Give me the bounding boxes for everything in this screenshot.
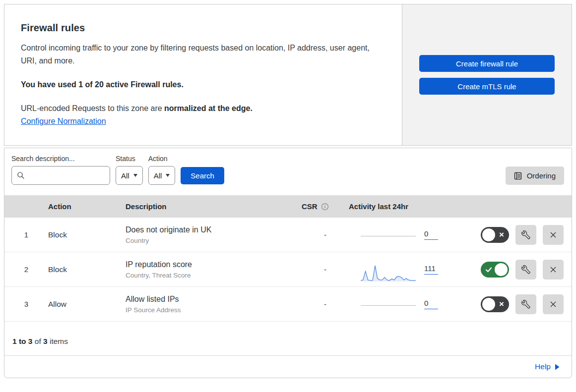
activity-sparkline	[361, 305, 416, 306]
rule-priority: 2	[4, 265, 48, 274]
actions-panel: Create firewall rule Create mTLS rule	[402, 4, 572, 145]
usage-summary: You have used 1 of 20 active Firewall ru…	[21, 80, 382, 89]
close-icon	[549, 231, 557, 239]
close-icon	[549, 300, 557, 308]
help-link-label: Help	[535, 362, 551, 371]
table-row: 2 Block IP reputation score Country, Thr…	[4, 252, 572, 287]
normalization-note-bold: normalized at the edge.	[164, 104, 253, 112]
rule-action: Block	[48, 265, 126, 274]
table-row: 1 Block Does not originate in UK Country…	[4, 218, 572, 252]
delete-rule-button[interactable]	[543, 260, 564, 280]
wrench-icon	[521, 300, 530, 309]
edit-rule-button[interactable]	[515, 294, 536, 314]
wrench-icon	[521, 230, 530, 239]
ordering-button-label: Ordering	[527, 171, 556, 180]
rule-activity-cell: 111	[349, 260, 448, 279]
search-button[interactable]: Search	[181, 167, 224, 184]
help-row: Help	[4, 356, 572, 378]
toggle-x-icon: ×	[499, 230, 504, 239]
pagination-summary: 1 to 3 of 3 items	[4, 322, 572, 356]
activity-sparkline	[361, 263, 416, 282]
close-icon	[549, 266, 557, 274]
header-activity: Activity last 24hr	[349, 202, 448, 211]
status-label: Status	[116, 155, 143, 163]
rule-enable-toggle[interactable]: ×	[481, 262, 509, 278]
chevron-down-icon	[166, 174, 170, 177]
page-title: Firewall rules	[21, 22, 382, 34]
search-input[interactable]	[29, 171, 105, 180]
rule-enable-toggle[interactable]: ×	[481, 227, 509, 243]
rule-controls: ×	[448, 225, 572, 245]
activity-sparkline	[361, 236, 416, 236]
help-arrow-icon	[555, 364, 560, 370]
rule-description: IP reputation score	[126, 260, 302, 269]
search-icon	[17, 171, 25, 179]
rule-priority: 3	[4, 300, 48, 308]
table-row: 3 Allow Allow listed IPs IP Source Addre…	[4, 287, 572, 322]
rule-description: Allow listed IPs	[126, 295, 302, 304]
rule-fields: Country, Threat Score	[126, 272, 302, 279]
table-header: Action Description CSR Activity last 24h…	[4, 195, 572, 218]
page-description: Control incoming traffic to your zone by…	[21, 42, 382, 67]
rule-controls: ×	[448, 260, 572, 280]
help-link[interactable]: Help	[535, 362, 560, 371]
action-field: Action All	[148, 155, 176, 185]
rules-table-card: Search description... Status All Action	[4, 148, 572, 378]
create-mtls-rule-button[interactable]: Create mTLS rule	[419, 78, 555, 95]
normalization-note: URL-encoded Requests to this zone are no…	[21, 104, 382, 113]
search-input-wrapper	[11, 166, 110, 185]
activity-count-link[interactable]: 0	[424, 299, 438, 309]
status-select-value: All	[121, 171, 129, 180]
rule-controls: ×	[448, 294, 572, 314]
activity-count-link[interactable]: 0	[424, 229, 438, 240]
rule-csr-value: -	[302, 300, 349, 308]
rule-description-cell: IP reputation score Country, Threat Scor…	[126, 260, 302, 279]
create-firewall-rule-button[interactable]: Create firewall rule	[419, 55, 555, 72]
rule-description-cell: Allow listed IPs IP Source Address	[126, 295, 302, 314]
pagination-range: 1 to 3	[12, 337, 32, 345]
rule-description-cell: Does not originate in UK Country	[126, 225, 302, 244]
toggle-knob	[482, 298, 495, 311]
rule-csr-value: -	[302, 265, 349, 274]
rule-fields: Country	[126, 237, 302, 244]
header-action: Action	[48, 202, 126, 211]
status-select[interactable]: All	[116, 166, 143, 185]
delete-rule-button[interactable]	[543, 294, 564, 314]
rule-fields: IP Source Address	[126, 306, 302, 314]
pagination-items: items	[50, 337, 68, 345]
rule-action: Allow	[48, 300, 126, 309]
rule-activity-cell: 0	[349, 229, 448, 240]
overview-text-panel: Firewall rules Control incoming traffic …	[4, 4, 402, 145]
search-field: Search description...	[11, 155, 110, 185]
toggle-knob	[495, 263, 508, 276]
toggle-x-icon: ×	[499, 300, 504, 308]
filter-bar: Search description... Status All Action	[4, 148, 572, 195]
pagination-of: of	[35, 337, 41, 345]
search-label: Search description...	[11, 155, 110, 163]
activity-count-link[interactable]: 111	[424, 264, 438, 275]
rule-priority: 1	[4, 230, 48, 239]
rule-description: Does not originate in UK	[126, 225, 302, 234]
ordering-button[interactable]: Ordering	[506, 167, 564, 185]
action-select-value: All	[154, 171, 162, 180]
info-icon[interactable]	[321, 203, 329, 211]
header-csr: CSR	[302, 202, 349, 211]
configure-normalization-link[interactable]: Configure Normalization	[21, 117, 106, 125]
firewall-rules-page: Firewall rules Control incoming traffic …	[0, 0, 576, 382]
rule-action: Block	[48, 230, 126, 239]
rule-enable-toggle[interactable]: ×	[481, 296, 509, 312]
chevron-down-icon	[133, 174, 137, 177]
toggle-check-icon	[485, 266, 493, 274]
normalization-note-text: URL-encoded Requests to this zone are	[21, 104, 164, 112]
edit-rule-button[interactable]	[515, 260, 536, 280]
action-select[interactable]: All	[148, 166, 176, 185]
rule-csr-value: -	[302, 230, 349, 239]
edit-rule-button[interactable]	[515, 225, 536, 245]
delete-rule-button[interactable]	[543, 225, 564, 245]
ordering-icon	[514, 172, 522, 180]
toggle-knob	[482, 228, 495, 241]
status-field: Status All	[116, 155, 143, 185]
firewall-overview-card: Firewall rules Control incoming traffic …	[4, 4, 572, 146]
pagination-total: 3	[43, 337, 48, 345]
rule-activity-cell: 0	[349, 299, 448, 309]
